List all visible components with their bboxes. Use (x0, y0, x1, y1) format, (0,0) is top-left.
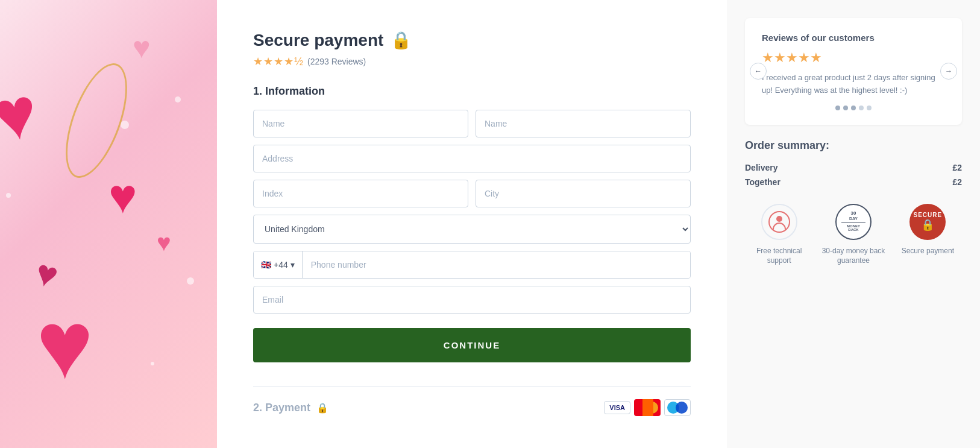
carousel-next-button[interactable]: → (940, 63, 957, 80)
phone-input[interactable] (303, 251, 690, 278)
first-name-input[interactable] (253, 110, 468, 137)
reviews-card-title: Reviews of our customers (762, 33, 945, 43)
secure-icon: SECURE 🔒 (909, 204, 946, 240)
payment-title-text: 2. Payment (253, 402, 310, 414)
section-divider (253, 386, 691, 387)
email-row (253, 286, 691, 314)
chevron-down-icon: ▾ (291, 260, 295, 270)
payment-lock-icon: 🔒 (316, 402, 328, 414)
email-input[interactable] (253, 286, 691, 314)
page-title: Secure payment 🔒 (253, 30, 691, 50)
name-row (253, 110, 691, 137)
address-row (253, 145, 691, 172)
star-rating: ★★★★½ (253, 55, 304, 68)
review-text: I received a great product just 2 days a… (762, 72, 945, 97)
guarantee-label: 30-day money back guarantee (819, 246, 887, 267)
payment-section: 2. Payment 🔒 VISA (253, 399, 691, 416)
page-title-text: Secure payment (253, 31, 383, 50)
support-icon (761, 204, 797, 240)
delivery-value: £2 (952, 163, 962, 172)
support-label: Free technical support (745, 246, 813, 267)
together-value: £2 (952, 177, 962, 187)
dot-3 (851, 106, 856, 110)
flag-icon: 🇬🇧 (261, 260, 271, 270)
svg-point-1 (776, 216, 782, 222)
badge-secure: SECURE 🔒 Secure payment (894, 204, 962, 267)
together-label: Together (745, 177, 781, 187)
form-panel: Secure payment 🔒 ★★★★½ (2293 Reviews) 1.… (217, 0, 727, 448)
order-summary-section: Order summary: Delivery £2 Together £2 (745, 139, 962, 187)
section-title-info: 1. Information (253, 85, 691, 98)
phone-code: +44 (274, 260, 288, 270)
dot-5 (867, 106, 872, 110)
dot-2 (843, 106, 848, 110)
order-summary-title: Order summary: (745, 139, 962, 152)
continue-button[interactable]: CONTINUE (253, 328, 691, 362)
carousel-dots (762, 106, 945, 110)
delivery-label: Delivery (745, 163, 777, 172)
guarantee-icon: 30 DAY MONEY BACK (835, 204, 872, 240)
maestro-icon (664, 399, 691, 416)
carousel-prev-button[interactable]: ← (750, 63, 767, 80)
dot-4 (859, 106, 864, 110)
dot-1 (835, 106, 840, 110)
visa-card-icon: VISA (604, 401, 630, 414)
review-stars: ★★★★★ (762, 50, 945, 66)
payment-title: 2. Payment 🔒 (253, 402, 328, 414)
delivery-row: Delivery £2 (745, 163, 962, 172)
lock-icon: 🔒 (391, 30, 412, 50)
reviews-count: (2293 Reviews) (307, 57, 366, 66)
rating-row: ★★★★½ (2293 Reviews) (253, 55, 691, 68)
phone-row: 🇬🇧 +44 ▾ (253, 251, 691, 279)
together-row: Together £2 (745, 177, 962, 187)
decorative-left-panel: ♥ ♥ ♥ ♥ ♥ ♥ (0, 0, 217, 448)
secure-label: Secure payment (902, 246, 954, 256)
index-city-row (253, 180, 691, 207)
badge-free-support: Free technical support (745, 204, 813, 267)
country-select[interactable]: United KingdomUnited StatesFranceGermany… (253, 215, 691, 244)
index-input[interactable] (253, 180, 468, 207)
badge-guarantee: 30 DAY MONEY BACK 30-day money back guar… (819, 204, 887, 267)
trust-badges: Free technical support 30 DAY MONEY BACK… (745, 204, 962, 267)
address-input[interactable] (253, 145, 691, 172)
mastercard-icon (634, 399, 661, 416)
right-sidebar: Reviews of our customers ★★★★★ I receive… (727, 0, 980, 448)
phone-prefix[interactable]: 🇬🇧 +44 ▾ (254, 251, 303, 278)
last-name-input[interactable] (476, 110, 691, 137)
city-input[interactable] (476, 180, 691, 207)
reviews-card: Reviews of our customers ★★★★★ I receive… (745, 18, 962, 125)
payment-cards: VISA (604, 399, 691, 416)
